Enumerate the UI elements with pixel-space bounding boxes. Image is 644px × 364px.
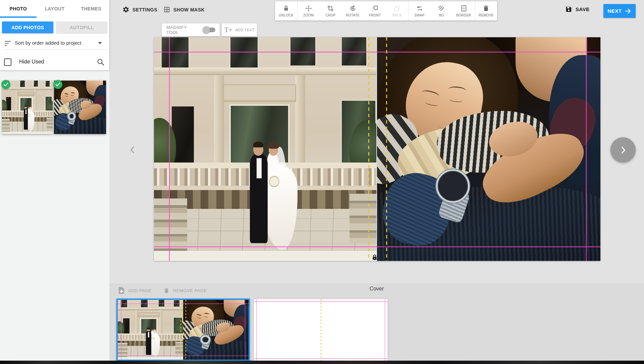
hide-used-row: Hide Used bbox=[0, 55, 109, 70]
previous-spread-button[interactable] bbox=[128, 142, 138, 157]
tool-label: REMOVE bbox=[479, 13, 494, 17]
tool-label: BORDER bbox=[456, 13, 471, 17]
add-photos-button[interactable]: ADD PHOTOS bbox=[2, 21, 53, 33]
rotate-icon bbox=[349, 5, 357, 12]
sidebar-tabs: PHOTO LAYOUT THEMES bbox=[0, 0, 109, 17]
hug-photo-art bbox=[377, 37, 600, 261]
wedding-photo-art bbox=[154, 37, 376, 261]
zoom-button[interactable]: ZOOM bbox=[297, 1, 319, 20]
used-check-badge bbox=[1, 80, 10, 89]
thumb-guide bbox=[254, 302, 387, 302]
trash-icon bbox=[482, 5, 490, 12]
toggle-knob bbox=[203, 26, 210, 34]
background-hatch-icon bbox=[438, 5, 445, 12]
border-frame-icon bbox=[460, 5, 468, 12]
send-back-button[interactable]: BACK bbox=[386, 1, 408, 20]
tool-label: FRONT bbox=[369, 13, 381, 17]
arrow-right-icon bbox=[625, 8, 632, 14]
send-back-icon bbox=[393, 5, 401, 12]
tool-label: BACK bbox=[392, 13, 402, 17]
wedding-photo-art bbox=[118, 300, 183, 360]
pages-film-strip: ADD PAGE REMOVE PAGE Cover bbox=[109, 284, 644, 364]
thumb-guide bbox=[385, 299, 385, 361]
unlock-button[interactable]: UNLOCK bbox=[275, 1, 297, 20]
chevron-down-icon bbox=[98, 42, 102, 44]
spread-thumbnail-cover-selected[interactable] bbox=[116, 299, 250, 361]
library-photo-wedding[interactable] bbox=[2, 81, 53, 134]
left-page-photo[interactable] bbox=[154, 37, 376, 261]
photo-thumbnail bbox=[54, 81, 106, 134]
locked-photo-badge[interactable] bbox=[371, 254, 378, 261]
settings-button[interactable]: SETTINGS bbox=[122, 6, 157, 13]
save-label: SAVE bbox=[576, 6, 590, 12]
tab-themes[interactable]: THEMES bbox=[73, 0, 109, 17]
hide-used-checkbox[interactable] bbox=[4, 58, 11, 66]
tool-label: ZOOM bbox=[303, 13, 314, 17]
save-floppy-icon bbox=[565, 5, 573, 13]
sort-dropdown[interactable]: Sort by order added to project bbox=[0, 38, 109, 49]
rotate-button[interactable]: ROTATE bbox=[342, 1, 364, 20]
active-tab-underline bbox=[0, 16, 37, 18]
current-page-label: Cover bbox=[350, 286, 404, 292]
sidebar: PHOTO LAYOUT THEMES ADD PHOTOS AUTOFILL … bbox=[0, 0, 109, 364]
show-mask-button[interactable]: SHOW MASK bbox=[163, 6, 205, 13]
move-arrows-icon bbox=[305, 5, 312, 12]
add-text-icon: T+ bbox=[224, 27, 232, 34]
tab-photo[interactable]: PHOTO bbox=[0, 0, 37, 17]
save-button[interactable]: SAVE bbox=[565, 5, 590, 13]
next-label: NEXT bbox=[607, 8, 622, 14]
wedding-photo-art bbox=[2, 81, 53, 134]
swap-button[interactable]: SWAP bbox=[408, 1, 430, 20]
tool-label: SWAP bbox=[415, 13, 425, 17]
grid-mask-icon bbox=[163, 6, 170, 13]
crop-icon bbox=[327, 5, 334, 12]
tool-label: BG bbox=[439, 13, 444, 17]
show-mask-label: SHOW MASK bbox=[173, 7, 205, 12]
background-button[interactable]: BG bbox=[430, 1, 452, 20]
next-button[interactable]: NEXT bbox=[603, 4, 636, 18]
add-text-button[interactable]: T+ ADD TEXT bbox=[222, 24, 257, 36]
tool-label: ROTATE bbox=[346, 13, 360, 17]
settings-label: SETTINGS bbox=[132, 7, 157, 12]
cover-spread-canvas bbox=[154, 37, 600, 261]
right-page-photo[interactable] bbox=[377, 37, 600, 261]
thumb-spine-guide bbox=[321, 299, 321, 361]
sort-icon bbox=[5, 41, 11, 46]
tab-layout[interactable]: LAYOUT bbox=[37, 0, 73, 17]
spread-thumbnail-blank[interactable] bbox=[254, 299, 388, 361]
photo-wedding bbox=[154, 37, 376, 261]
add-text-label: ADD TEXT bbox=[235, 28, 254, 32]
gear-icon bbox=[122, 6, 129, 13]
thumb-photo-wedding bbox=[118, 300, 183, 360]
magnify-tool-box: MAGNIFY TOOL bbox=[162, 24, 220, 36]
add-page-button[interactable]: ADD PAGE bbox=[118, 285, 152, 295]
divider bbox=[3, 49, 106, 50]
magnify-toggle[interactable] bbox=[203, 28, 215, 32]
chevron-right-icon bbox=[619, 146, 628, 154]
remove-button[interactable]: REMOVE bbox=[475, 1, 497, 20]
crop-button[interactable]: CROP bbox=[319, 1, 341, 20]
tool-label: UNLOCK bbox=[279, 13, 293, 17]
sidebar-panel: PHOTO LAYOUT THEMES ADD PHOTOS AUTOFILL … bbox=[0, 0, 109, 70]
add-page-label: ADD PAGE bbox=[128, 288, 152, 293]
autofill-button[interactable]: AUTOFILL bbox=[56, 21, 107, 33]
next-spreads-row-edge[interactable] bbox=[0, 361, 644, 364]
sort-label: Sort by order added to project bbox=[15, 40, 81, 46]
remove-page-trash-icon bbox=[163, 287, 170, 294]
bring-front-button[interactable]: FRONT bbox=[364, 1, 386, 20]
search-icon[interactable] bbox=[97, 58, 105, 66]
next-spread-button[interactable] bbox=[610, 137, 636, 163]
photo-hug bbox=[377, 37, 600, 261]
tool-label: CROP bbox=[325, 13, 335, 17]
lock-icon bbox=[282, 5, 290, 12]
border-button[interactable]: BORDER bbox=[453, 1, 475, 20]
hug-photo-art bbox=[54, 81, 106, 134]
remove-page-label: REMOVE PAGE bbox=[173, 288, 207, 293]
hug-photo-art bbox=[183, 300, 249, 360]
edit-toolbar: UNLOCK ZOOM CROP ROTATE FRONT BACK SWAP … bbox=[275, 1, 497, 20]
chevron-left-icon bbox=[128, 145, 137, 154]
thumb-photo-hug bbox=[183, 300, 249, 360]
hide-used-label: Hide Used bbox=[19, 59, 44, 65]
library-photo-hug[interactable] bbox=[54, 81, 106, 134]
remove-page-button[interactable]: REMOVE PAGE bbox=[163, 285, 207, 295]
